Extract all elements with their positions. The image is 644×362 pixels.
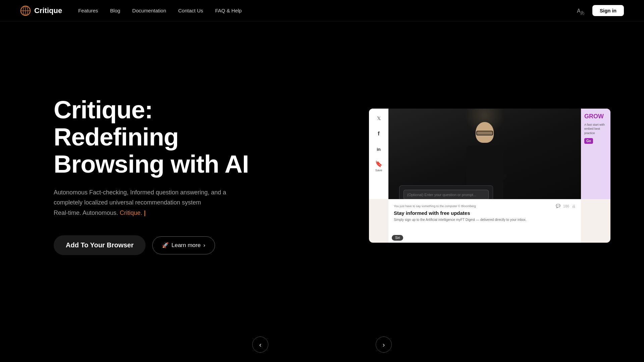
glasses-frame: [476, 131, 493, 135]
linkedin-icon[interactable]: in: [374, 145, 383, 154]
person-glasses: [476, 131, 493, 135]
comment-icon: 💬: [556, 204, 560, 208]
nav-links: Features Blog Documentation Contact Us F…: [78, 8, 242, 13]
facebook-icon[interactable]: f: [374, 129, 383, 138]
sign-in-button[interactable]: Sign in: [592, 5, 624, 16]
article-bottom: You just have to say something to the co…: [388, 199, 581, 243]
save-area[interactable]: 🔖 Save: [375, 160, 382, 172]
stay-informed-title: Stay informed with free updates: [394, 210, 576, 216]
purple-cta-button[interactable]: Go: [584, 138, 593, 144]
purple-panel: GROW A fast start with embed best practi…: [581, 109, 610, 199]
translate-icon[interactable]: A あ: [576, 6, 586, 15]
logo-link[interactable]: Critique: [20, 5, 62, 16]
nav-right: A あ Sign in: [576, 5, 624, 16]
logo-icon: [20, 5, 31, 16]
carousel-next-button[interactable]: ›: [376, 337, 392, 353]
learn-more-button[interactable]: 🚀 Learn more ›: [152, 236, 215, 254]
twitter-icon[interactable]: 𝕏: [374, 114, 383, 123]
carousel-prev-button[interactable]: ‹: [252, 337, 268, 353]
learn-more-label: Learn more: [171, 242, 201, 249]
svg-text:あ: あ: [580, 10, 585, 15]
learn-more-arrow: ›: [203, 242, 205, 249]
save-label: Save: [375, 169, 382, 172]
hero-desc-line3: Real-time. Autonomous.: [54, 209, 118, 216]
logo-text: Critique: [34, 6, 62, 15]
article-meta-top: You just have to say something to the co…: [394, 204, 576, 208]
siri-badge: Siri: [392, 235, 403, 241]
hero-actions: Add To Your Browser 🚀 Learn more ›: [54, 235, 255, 255]
hero-description: Autonomous Fact-checking, Informed quest…: [54, 187, 255, 218]
hero-desc-line2: completely localized universal recommend…: [54, 199, 201, 206]
comment-count: 186: [563, 204, 569, 208]
hero-right: 𝕏 f in 🔖 Save: [268, 109, 610, 243]
hero-cursor: |: [144, 209, 146, 216]
nav-documentation[interactable]: Documentation: [132, 8, 166, 13]
add-to-browser-button[interactable]: Add To Your Browser: [54, 235, 146, 255]
article-meta-text: You just have to say something to the co…: [394, 204, 476, 208]
article-icons: 💬 186 🖨: [556, 204, 576, 208]
nav-features[interactable]: Features: [78, 8, 98, 13]
social-sidebar: 𝕏 f in 🔖 Save: [369, 109, 388, 199]
navbar: Critique Features Blog Documentation Con…: [0, 0, 644, 21]
hero-left: Critique: Redefining Browsing with AI Au…: [54, 96, 255, 255]
screenshot-main: 𝕏 f in 🔖 Save: [369, 109, 610, 243]
screenshot-container: 𝕏 f in 🔖 Save: [369, 109, 610, 243]
hero-section: Critique: Redefining Browsing with AI Au…: [0, 21, 644, 323]
print-icon[interactable]: 🖨: [572, 204, 576, 208]
purple-subtitle: A fast start with embed best practice: [584, 123, 607, 135]
rocket-icon: 🚀: [162, 242, 169, 248]
ai-prompt-input[interactable]: [404, 190, 489, 200]
hero-title: Critique: Redefining Browsing with AI: [54, 96, 255, 178]
purple-title: GROW: [584, 113, 607, 120]
carousel-controls: ‹ ›: [0, 337, 644, 362]
person-head: [476, 122, 494, 143]
stay-informed-desc: Simply sign up to the Artificial intelli…: [394, 218, 576, 222]
nav-left: Critique Features Blog Documentation Con…: [20, 5, 242, 16]
nav-contact[interactable]: Contact Us: [178, 8, 203, 13]
hero-brand-highlight: Critique.: [120, 209, 142, 216]
hero-desc-line1: Autonomous Fact-checking, Informed quest…: [54, 189, 226, 196]
nav-faq[interactable]: FAQ & Help: [215, 8, 241, 13]
nav-blog[interactable]: Blog: [110, 8, 120, 13]
bookmark-icon: 🔖: [375, 160, 382, 168]
